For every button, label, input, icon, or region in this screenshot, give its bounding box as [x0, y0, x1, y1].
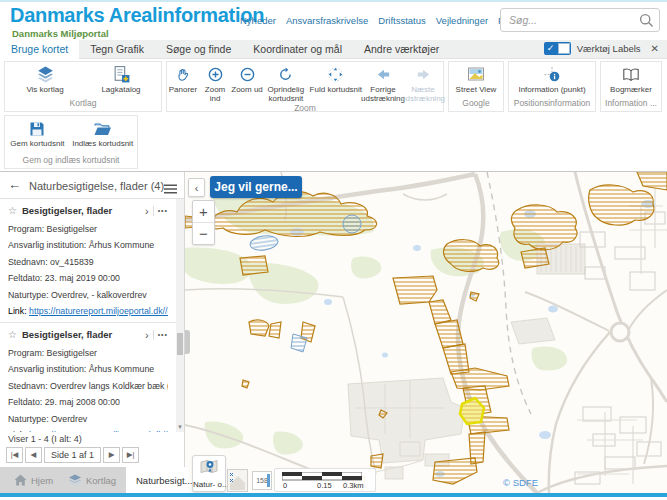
- tab-bruge-kortet[interactable]: Bruge kortet: [0, 40, 79, 59]
- map-zoom-in-button[interactable]: +: [193, 201, 214, 223]
- i-want-to-button[interactable]: Jeg vil gerne...: [210, 176, 302, 198]
- result-item[interactable]: ☆ Besigtigelser, flader › ••• Program: B…: [0, 323, 176, 432]
- scrollbar-thumb[interactable]: [177, 333, 183, 355]
- result-item[interactable]: ☆ Besigtigelser, flader › ••• Program: B…: [0, 199, 176, 323]
- initial-extent-button[interactable]: Oprindelig kortudsnit: [263, 65, 309, 103]
- pan-hand-icon: [175, 65, 192, 84]
- danmarks-arealinformation-app: Danmarks Arealinformation Danmarks Miljø…: [0, 0, 667, 500]
- layers-icon: [36, 65, 55, 84]
- star-icon[interactable]: ☆: [8, 329, 17, 340]
- basemap-thumbnail[interactable]: [227, 469, 248, 492]
- ribbon-tabbar: Bruge kortet Tegn Grafik Søge og finde K…: [0, 40, 667, 59]
- scrollbar-down-arrow[interactable]: ▾: [176, 421, 184, 432]
- field-program: Program: Besigtigelser: [8, 348, 168, 358]
- previous-extent-button[interactable]: Forrige udstrækning: [363, 65, 403, 103]
- layers-icon: [68, 474, 82, 486]
- arrow-right-icon: [415, 65, 432, 84]
- star-icon[interactable]: ☆: [8, 205, 17, 216]
- group-label-google: Google: [449, 98, 503, 111]
- load-extent-button[interactable]: Indlæs kortudsnit: [70, 119, 136, 148]
- nav-link-ansvarsfraskrivelse[interactable]: Ansvarsfraskrivelse: [286, 15, 368, 26]
- results-panel-title: Naturbesigtigelse, flader (4): [29, 180, 164, 192]
- page-first-button[interactable]: |◀: [6, 447, 23, 463]
- zoom-in-icon: [207, 65, 224, 84]
- pan-button[interactable]: Panorer: [167, 65, 199, 94]
- basemap: [185, 172, 667, 493]
- map-attribution: © SDFE: [503, 477, 538, 488]
- street-view-button[interactable]: Street View: [450, 65, 502, 94]
- field-stednavn: Stednavn: Overdrev langs Koldkær bæk (1): [8, 381, 168, 391]
- tab-tegn-grafik[interactable]: Tegn Grafik: [79, 40, 155, 59]
- layer-catalog-icon: [112, 65, 131, 84]
- taskbar-tab-naturbesigtigelse[interactable]: Naturbesigt...: [126, 467, 188, 493]
- zoom-out-icon: [239, 65, 256, 84]
- results-list-menu-icon[interactable]: [164, 180, 177, 198]
- brand-subtitle: Danmarks Miljøportal: [12, 28, 109, 39]
- tab-andre-vaerktoejer[interactable]: Andre værktøjer: [353, 40, 450, 59]
- bookmarks-button[interactable]: Bogmærker: [603, 65, 659, 94]
- page-next-button[interactable]: ▶: [103, 447, 120, 463]
- scale-ratio-button[interactable]: 158: [252, 471, 272, 490]
- page-title: Danmarks Arealinformation: [10, 4, 264, 27]
- panel-resize-grip[interactable]: [185, 330, 190, 354]
- ribbon-group-google: Street View Google: [448, 61, 504, 112]
- map-zoom-control: + −: [192, 200, 215, 245]
- panel-collapse-button[interactable]: ‹: [188, 178, 205, 197]
- page-last-button[interactable]: ▶|: [122, 447, 139, 463]
- map-zoom-out-button[interactable]: −: [193, 223, 214, 245]
- taskbar-tab-kortlag[interactable]: Kortlag: [62, 467, 122, 493]
- ribbon-group-gem-og-indlaes: Gem kortudsnit Indlæs kortudsnit Gem og …: [4, 115, 138, 169]
- zoom-out-button[interactable]: Zoom ud: [231, 65, 263, 94]
- full-extent-icon: [327, 65, 344, 84]
- field-institution: Ansvarlig institution: Århus Kommune: [8, 364, 168, 374]
- pagination: |◀ ◀ Side 1 af 1 ▶ ▶|: [6, 447, 141, 463]
- search-box: [500, 8, 660, 32]
- naturereport-link[interactable]: https://naturereport.miljoeportal.dk//87…: [29, 306, 168, 316]
- nav-link-driftsstatus[interactable]: Driftsstatus: [378, 15, 426, 26]
- more-options-icon[interactable]: •••: [158, 207, 168, 214]
- back-arrow-icon[interactable]: ←: [8, 177, 21, 192]
- info-point-button[interactable]: Information (punkt): [512, 65, 592, 94]
- nav-link-vejledninger[interactable]: Vejledninger: [436, 15, 488, 26]
- page-prev-button[interactable]: ◀: [25, 447, 42, 463]
- chevron-right-icon[interactable]: ›: [141, 206, 154, 216]
- tab-soege-og-finde[interactable]: Søge og finde: [155, 40, 242, 59]
- panel-scrollbar[interactable]: ▾: [176, 199, 184, 432]
- bookmarks-book-icon: [622, 65, 640, 84]
- map-pin-icon: [199, 458, 219, 476]
- slider-bar: [267, 474, 270, 487]
- chevron-right-icon[interactable]: ›: [141, 330, 154, 340]
- group-label-positionsinformation: Positionsinformation: [509, 98, 595, 111]
- tool-labels-label: Værktøj Labels: [577, 43, 641, 54]
- tool-labels-toggle[interactable]: ✓: [544, 42, 571, 55]
- taskbar-tab-hjem[interactable]: Hjem: [8, 467, 59, 493]
- more-options-icon[interactable]: •••: [158, 331, 168, 338]
- lagkatalog-button[interactable]: Lagkatalog: [85, 65, 157, 94]
- map-canvas[interactable]: ‹ Jeg vil gerne... + − Natur- o... 158 0…: [185, 172, 667, 493]
- link-label: Link:: [8, 306, 27, 316]
- scalebar: 0 0.15 0.3km: [274, 468, 376, 492]
- save-floppy-icon: [28, 119, 46, 138]
- search-input[interactable]: [509, 10, 634, 30]
- close-icon[interactable]: ✕: [647, 43, 663, 54]
- result-item-title: Besigtigelser, flader: [22, 329, 141, 340]
- tab-koordinater-og-maal[interactable]: Koordinater og mål: [242, 40, 353, 59]
- open-folder-icon: [93, 119, 112, 138]
- full-extent-button[interactable]: Fuld kortudsnit: [309, 65, 363, 94]
- save-extent-button[interactable]: Gem kortudsnit: [6, 119, 68, 148]
- field-naturtype: Naturtype: Overdrev: [8, 414, 168, 424]
- search-icon[interactable]: [639, 13, 654, 28]
- scalebar-graphic: [282, 472, 362, 481]
- next-extent-button[interactable]: Næste udstrækning: [403, 65, 443, 103]
- arrow-left-icon: [375, 65, 392, 84]
- initial-extent-icon: [277, 65, 294, 84]
- vis-kortlag-button[interactable]: Vis kortlag: [9, 65, 81, 94]
- map-roundabout: [611, 323, 629, 341]
- field-feltdato: Feltdato: 29. maj 2008 00:00: [8, 397, 168, 407]
- active-layer-button[interactable]: Natur- o...: [192, 455, 226, 492]
- nav-link-nyheder[interactable]: Nyheder: [240, 15, 276, 26]
- scale-end: 0.3km: [343, 481, 363, 490]
- results-list: ☆ Besigtigelser, flader › ••• Program: B…: [0, 199, 176, 432]
- zoom-in-button[interactable]: Zoom ind: [199, 65, 231, 103]
- ribbon-toolbar: Vis kortlag Lagkatalog Kortlag Panorer Z…: [0, 59, 667, 172]
